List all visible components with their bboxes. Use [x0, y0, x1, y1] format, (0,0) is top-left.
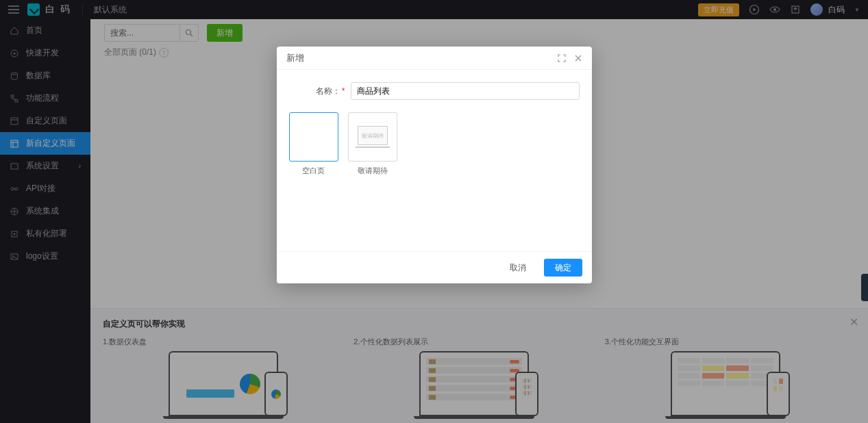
modal-overlay[interactable]: 新增 名称：* 空白页 — [0, 0, 868, 423]
name-label: 名称：* — [289, 86, 351, 97]
confirm-button[interactable]: 确定 — [544, 259, 582, 277]
template-blank[interactable]: 空白页 — [289, 112, 338, 176]
add-page-modal: 新增 名称：* 空白页 — [277, 47, 592, 283]
name-input[interactable] — [351, 82, 580, 100]
expand-icon[interactable] — [558, 54, 566, 62]
modal-title: 新增 — [286, 52, 304, 64]
cancel-button[interactable]: 取消 — [499, 259, 537, 277]
template-coming-soon[interactable]: 敬请期待 敬请期待 — [348, 112, 397, 176]
close-icon[interactable] — [574, 54, 582, 62]
